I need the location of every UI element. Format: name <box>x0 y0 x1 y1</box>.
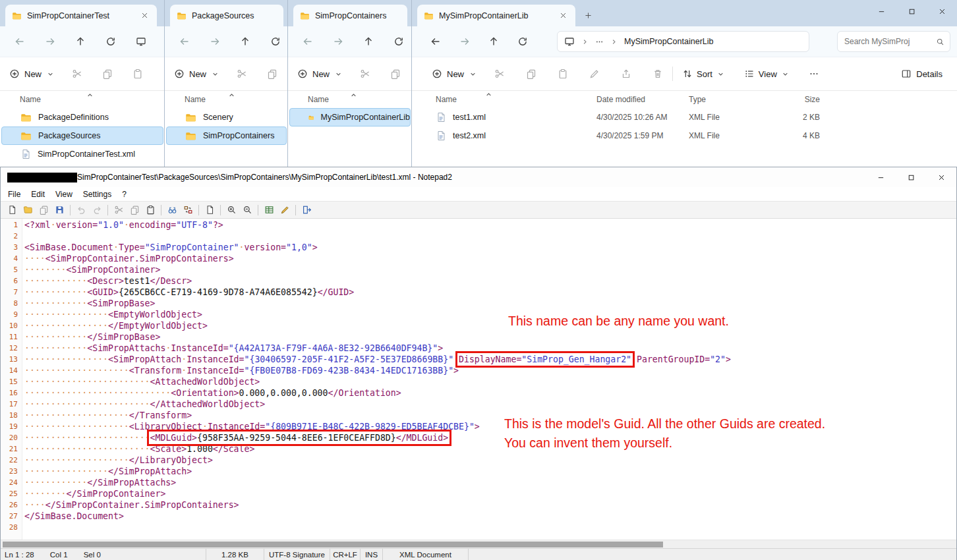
open-file-icon[interactable] <box>20 203 36 217</box>
code-line-27[interactable]: </SimBase.Document> <box>24 511 956 522</box>
close-window-button[interactable] <box>926 167 956 187</box>
code-line-14[interactable]: ····················<Transform·InstanceI… <box>24 365 956 376</box>
tab-packagesources[interactable]: PackageSources <box>170 5 283 26</box>
table-row[interactable]: test2.xml 4/30/2025 1:59 PM XML File 4 K… <box>412 126 957 145</box>
list-item-selected[interactable]: MySimPropContainerLib <box>289 108 411 126</box>
code-line-24[interactable]: ············</SimPropAttachs> <box>24 477 956 488</box>
back-button[interactable] <box>14 36 25 47</box>
back-button[interactable] <box>430 36 441 47</box>
maximize-button[interactable] <box>896 0 927 22</box>
zoom-in-icon[interactable] <box>223 203 239 217</box>
back-button[interactable] <box>179 36 190 47</box>
tab-simpropcontainertest[interactable]: SimPropContainerTest <box>5 5 157 26</box>
customize-scheme-icon[interactable] <box>277 203 293 217</box>
share-icon[interactable] <box>621 69 631 79</box>
code-line-22[interactable]: ····················</LibraryObject> <box>24 455 956 466</box>
forward-button[interactable] <box>210 36 220 47</box>
code-line-17[interactable]: ························</AttachedWorldO… <box>24 399 956 410</box>
code-area[interactable]: <?xml·version="1.0"·encoding="UTF-8"?> <… <box>22 219 956 540</box>
horizontal-scrollbar[interactable] <box>1 540 956 548</box>
new-button[interactable]: New <box>297 69 343 79</box>
code-line-23[interactable]: ················</SimPropAttach> <box>24 466 956 477</box>
refresh-button[interactable] <box>105 36 116 47</box>
code-line-15[interactable]: ························<AttachedWorldOb… <box>24 376 956 387</box>
refresh-button[interactable] <box>270 36 281 47</box>
new-button[interactable]: New <box>9 69 55 79</box>
forward-button[interactable] <box>45 36 55 47</box>
code-line-4[interactable]: ····<SimPropContainer.SimPropContainers> <box>24 253 956 264</box>
column-header-name[interactable]: Name <box>0 91 165 108</box>
close-tab-icon[interactable] <box>557 10 569 22</box>
forward-button[interactable] <box>333 36 343 47</box>
column-header-date-modified[interactable]: Date modified <box>596 95 689 104</box>
column-header-name[interactable]: Name <box>288 91 412 108</box>
column-header-size[interactable]: Size <box>772 95 825 104</box>
refresh-button[interactable] <box>517 36 528 47</box>
zoom-out-icon[interactable] <box>239 203 255 217</box>
new-file-icon[interactable] <box>4 203 20 217</box>
list-item-selected[interactable]: SimPropContainers <box>166 126 287 145</box>
exit-icon[interactable] <box>299 203 314 217</box>
up-button[interactable] <box>363 36 374 47</box>
paste-icon[interactable] <box>132 69 143 79</box>
view-button[interactable]: View <box>744 69 790 79</box>
forward-button[interactable] <box>459 36 470 47</box>
back-button[interactable] <box>303 36 313 47</box>
code-line-9[interactable]: ················<EmptyWorldObject> <box>24 309 956 320</box>
menu-view[interactable]: View <box>50 190 78 199</box>
copy-icon[interactable] <box>267 69 277 79</box>
close-tab-icon[interactable] <box>138 10 150 22</box>
code-line-1[interactable]: <?xml·version="1.0"·encoding="UTF-8"?> <box>24 219 956 231</box>
tab-simpropcontainers[interactable]: SimPropContainers <box>293 5 407 26</box>
code-line-2[interactable] <box>24 231 956 242</box>
code-line-16[interactable]: ····························<Orientation… <box>24 387 956 399</box>
more-options-icon[interactable] <box>809 69 819 79</box>
code-line-11[interactable]: ············</SimPropBase> <box>24 331 956 343</box>
replace-icon[interactable] <box>180 203 196 217</box>
minimize-button[interactable] <box>865 167 896 187</box>
details-button[interactable]: Details <box>901 69 942 79</box>
search-input[interactable] <box>844 37 936 46</box>
cut-icon[interactable] <box>72 69 82 79</box>
minimize-button[interactable] <box>866 0 896 22</box>
list-item[interactable]: Scenery <box>166 108 287 126</box>
address-bar[interactable]: MySimPropContainerLib <box>557 31 809 52</box>
breadcrumb-ellipsis-icon[interactable] <box>595 38 604 46</box>
list-item[interactable]: SimPropContainerTest.xml <box>1 145 163 163</box>
new-button[interactable]: New <box>174 69 219 79</box>
new-tab-button[interactable] <box>579 7 596 24</box>
undo-icon[interactable] <box>73 203 89 217</box>
menu-help[interactable]: ? <box>117 190 132 199</box>
cut-icon[interactable] <box>360 69 370 79</box>
code-line-6[interactable]: ············<Descr>test1</Descr> <box>24 275 956 287</box>
copy-icon[interactable] <box>390 69 401 79</box>
code-line-5[interactable]: ········<SimPropContainer> <box>24 264 956 275</box>
close-window-button[interactable] <box>927 0 957 22</box>
find-icon[interactable] <box>164 203 180 217</box>
copy-icon[interactable] <box>526 69 536 79</box>
copy-icon[interactable] <box>127 203 142 217</box>
browse-files-icon[interactable] <box>36 203 51 217</box>
column-header-type[interactable]: Type <box>689 95 772 104</box>
tab-mysimpropcontainerlib[interactable]: MySimPropContainerLib <box>417 5 575 26</box>
redo-icon[interactable] <box>89 203 105 217</box>
list-item-selected[interactable]: PackageSources <box>1 126 163 145</box>
scheme-grid-icon[interactable] <box>261 203 277 217</box>
maximize-button[interactable] <box>896 167 926 187</box>
code-line-10[interactable]: ················</EmptyWorldObject> <box>24 320 956 331</box>
menu-edit[interactable]: Edit <box>26 190 50 199</box>
up-button[interactable] <box>488 36 499 47</box>
code-line-28[interactable] <box>24 522 956 533</box>
copy-icon[interactable] <box>102 69 113 79</box>
code-line-26[interactable]: ····</SimPropContainer.SimPropContainers… <box>24 499 956 511</box>
sort-button[interactable]: Sort <box>682 69 725 79</box>
cut-icon[interactable] <box>494 69 505 79</box>
new-button[interactable]: New <box>432 69 477 79</box>
column-header-name[interactable]: Name <box>165 91 288 108</box>
code-line-8[interactable]: ············<SimPropBase> <box>24 298 956 309</box>
cut-icon[interactable] <box>237 69 247 79</box>
breadcrumb-current-folder[interactable]: MySimPropContainerLib <box>624 37 713 46</box>
list-item[interactable]: PackageDefinitions <box>1 108 163 126</box>
column-header-name[interactable]: Name <box>436 95 596 104</box>
table-row[interactable]: test1.xml 4/30/2025 10:26 AM XML File 2 … <box>412 108 957 126</box>
